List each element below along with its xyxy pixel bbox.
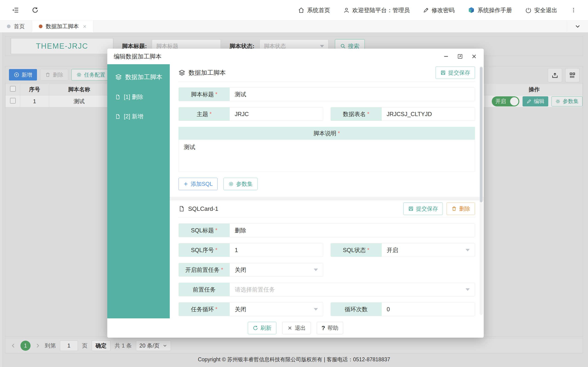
power-icon — [525, 7, 531, 13]
save-button-label: 提交保存 — [416, 205, 438, 212]
modal-title: 编辑数据加工脚本 — [114, 52, 162, 60]
nav-label: 系统首页 — [307, 6, 330, 14]
field-label: 循环次数 — [345, 306, 368, 313]
nav-welcome-user[interactable]: 欢迎登陆平台：管理员 — [343, 6, 410, 14]
close-icon — [287, 325, 293, 331]
field-label: 主题 — [197, 110, 208, 118]
field-label: 开启前置任务 — [185, 266, 220, 274]
script-title-value[interactable]: 测试 — [230, 88, 475, 101]
modal-scrollbar[interactable] — [480, 66, 483, 315]
scrollbar-thumb[interactable] — [480, 67, 483, 202]
tab-home[interactable]: 首页 — [0, 20, 32, 32]
loop-count-value[interactable]: 0 — [382, 302, 475, 316]
layers-icon — [179, 69, 185, 76]
sql-save-button[interactable]: 提交保存 — [403, 202, 443, 215]
select-placeholder: 请选择前置任务 — [235, 286, 275, 293]
param-set-button[interactable]: 参数集 — [224, 178, 258, 190]
collapse-menu-icon[interactable] — [12, 7, 19, 14]
tab-bar: 首页 数据加工脚本 × — [0, 20, 588, 33]
add-sql-button[interactable]: 添加SQL — [179, 178, 217, 190]
tab-data-script[interactable]: 数据加工脚本 × — [32, 20, 94, 32]
select-value: 关闭 — [235, 306, 246, 313]
sql-delete-button[interactable]: 删除 — [447, 202, 475, 215]
question-icon: ? — [321, 325, 325, 332]
script-section-header: 数据加工脚本 提交保存 — [179, 64, 475, 81]
document-icon — [179, 206, 185, 212]
sidebar-item-script[interactable]: 数据加工脚本 — [115, 73, 170, 81]
sidebar-item-label: [1] 删除 — [124, 93, 143, 101]
task-loop-select[interactable]: 关闭 — [230, 302, 323, 316]
trash-icon — [451, 206, 457, 211]
chevron-down-icon — [314, 269, 318, 271]
field-label: 数据表名 — [343, 110, 366, 118]
delete-button-label: 删除 — [459, 205, 470, 212]
sidebar-item-label: [2] 新增 — [124, 113, 143, 120]
sql-status-select[interactable]: 开启 — [382, 243, 475, 257]
script-title-field: 脚本标题* 测试 — [179, 87, 475, 101]
sql-section-header: SQLCard-1 提交保存 删除 — [179, 200, 475, 217]
pre-task-select[interactable]: 请选择前置任务 — [230, 283, 475, 296]
nav-label: 系统操作手册 — [477, 6, 512, 14]
field-label: 前置任务 — [193, 286, 216, 293]
pre-task-switch-select[interactable]: 关闭 — [230, 263, 323, 276]
sql-title-value[interactable]: 删除 — [230, 224, 475, 237]
table-name-field: 数据表名* JRJCSJ_CLTYJD — [330, 107, 475, 121]
layers-icon — [115, 74, 122, 81]
tab-label: 数据加工脚本 — [46, 23, 79, 30]
chevron-down-icon — [466, 249, 470, 251]
pre-task-field: 前置任务 请选择前置任务 — [179, 283, 475, 296]
param-set-label: 参数集 — [236, 180, 253, 188]
refresh-icon[interactable] — [32, 7, 39, 14]
required-asterisk: * — [367, 247, 369, 253]
script-desc-band: 脚本说明* — [179, 127, 475, 140]
pen-icon — [423, 7, 429, 13]
modal-footer: 刷新 退出 ? 帮助 — [107, 318, 484, 338]
maximize-icon[interactable] — [457, 53, 463, 59]
sql-seq-value[interactable]: 1 — [230, 243, 323, 257]
nav-manual[interactable]: 系统操作手册 — [468, 6, 512, 14]
chevron-down-icon — [314, 308, 318, 311]
exit-button-label: 退出 — [295, 324, 306, 332]
sql-seq-field: SQL序号* 1 — [179, 243, 323, 257]
nav-system-home[interactable]: 系统首页 — [298, 6, 330, 14]
table-name-value[interactable]: JRJCSJ_CLTYJD — [382, 107, 475, 121]
nav-change-password[interactable]: 修改密码 — [423, 6, 455, 14]
more-menu-icon[interactable] — [571, 7, 577, 13]
refresh-button[interactable]: 刷新 — [248, 322, 276, 334]
home-icon — [298, 7, 304, 13]
required-asterisk: * — [215, 91, 217, 98]
sql-section-title: SQLCard-1 — [188, 205, 218, 212]
select-value: 开启 — [387, 246, 398, 254]
save-icon — [408, 206, 414, 211]
required-asterisk: * — [338, 130, 340, 136]
required-asterisk: * — [215, 227, 217, 234]
field-label: SQL状态 — [343, 246, 366, 254]
document-icon — [115, 94, 121, 100]
modal-content: 数据加工脚本 提交保存 脚本标题* 测试 — [170, 64, 484, 318]
refresh-button-label: 刷新 — [260, 324, 271, 332]
script-desc-textarea[interactable]: 测试 — [179, 140, 475, 172]
field-label: 任务循环 — [191, 306, 214, 313]
loop-count-field: 循环次数 0 — [330, 302, 475, 316]
pre-task-switch-field: 开启前置任务* 关闭 — [179, 263, 323, 277]
sql-title-field: SQL标题* 删除 — [179, 223, 475, 237]
tab-list-chevron[interactable] — [567, 20, 588, 32]
exit-button[interactable]: 退出 — [282, 322, 311, 334]
field-label: SQL序号 — [191, 246, 214, 254]
modal-title-bar: 编辑数据加工脚本 — [107, 49, 484, 64]
manual-book-icon — [468, 7, 475, 14]
edit-script-modal: 编辑数据加工脚本 数据加工脚本 — [107, 49, 484, 338]
help-button[interactable]: ? 帮助 — [317, 322, 343, 334]
sidebar-item-sql-1[interactable]: [1] 删除 — [115, 93, 170, 101]
minimize-icon[interactable] — [443, 53, 449, 60]
sidebar-item-sql-2[interactable]: [2] 新增 — [115, 113, 170, 120]
nav-label: 欢迎登陆平台：管理员 — [352, 6, 410, 14]
required-asterisk: * — [221, 267, 223, 273]
section-separator — [170, 197, 484, 200]
nav-logout[interactable]: 安全退出 — [525, 6, 557, 14]
tab-close-icon[interactable]: × — [83, 23, 86, 29]
tab-dot-icon — [7, 25, 10, 28]
theme-value[interactable]: JRJC — [230, 107, 323, 121]
script-save-button[interactable]: 提交保存 — [435, 67, 475, 79]
close-icon[interactable] — [471, 53, 477, 60]
